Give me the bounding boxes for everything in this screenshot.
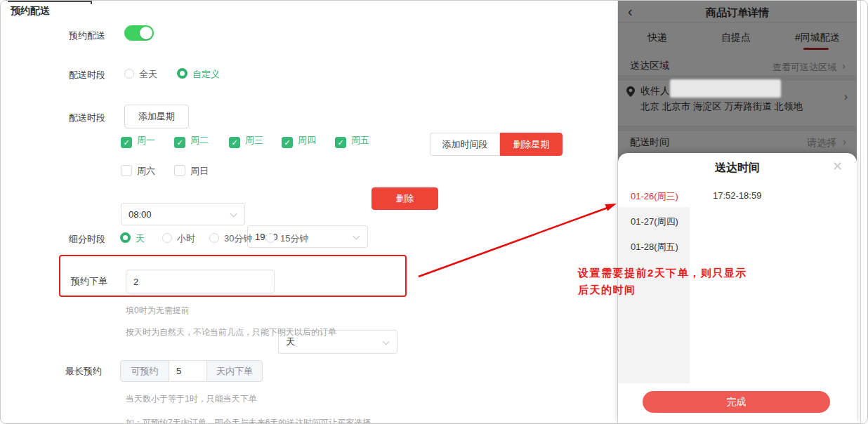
granularity-option-label: 小时 xyxy=(177,233,195,244)
app-window: 预约配送 预约配送 配送时段 全天 自定义 配送时段 添加星期 ✓周一 ✓周二 … xyxy=(0,0,868,424)
day-label: 周六 xyxy=(137,166,155,176)
chevron-down-icon xyxy=(353,233,360,240)
close-icon[interactable]: ✕ xyxy=(832,159,843,174)
day-checkbox-sun[interactable]: 周日 xyxy=(174,164,209,178)
granularity-option-15min[interactable]: 15分钟 xyxy=(265,232,308,245)
radio-on-icon[interactable] xyxy=(177,68,188,79)
chevron-down-icon xyxy=(230,211,237,218)
day-label: 周四 xyxy=(298,135,316,145)
redacted-name-patch xyxy=(670,79,781,98)
reserve-delivery-toggle[interactable] xyxy=(124,25,154,41)
day-label: 周日 xyxy=(190,166,209,176)
day-checkbox-fri[interactable]: ✓周五 xyxy=(335,133,369,148)
radio-off-icon[interactable] xyxy=(265,233,275,243)
checkbox-unchecked-icon[interactable] xyxy=(121,165,132,176)
day-label: 周一 xyxy=(137,135,155,145)
granularity-option-30min[interactable]: 30分钟 xyxy=(209,232,252,245)
annotation-line1: 设置需要提前2天下单，则只显示 xyxy=(578,265,789,281)
granularity-label: 细分时段 xyxy=(69,233,105,246)
toggle-knob-icon xyxy=(140,27,152,39)
top-divider xyxy=(8,1,91,2)
time-start-select[interactable]: 08:00 xyxy=(121,203,245,225)
period-option-all[interactable]: 全天 xyxy=(124,67,157,81)
granularity-option-hour[interactable]: 小时 xyxy=(162,232,195,245)
granularity-option-label: 30分钟 xyxy=(224,233,252,244)
checkbox-unchecked-icon[interactable] xyxy=(174,165,185,176)
time-slot-option[interactable]: 17:52-18:59 xyxy=(713,190,761,201)
annotation-line2: 后天的时间 xyxy=(578,281,789,298)
weeks-label: 配送时段 xyxy=(69,112,105,124)
max-reserve-input[interactable] xyxy=(169,360,207,382)
granularity-option-label: 天 xyxy=(136,233,145,244)
radio-on-icon[interactable] xyxy=(120,232,131,243)
radio-off-icon[interactable] xyxy=(162,233,172,243)
granularity-option-label: 15分钟 xyxy=(280,233,308,244)
max-reserve-label: 最长预约 xyxy=(65,365,102,378)
add-week-button[interactable]: 添加星期 xyxy=(124,105,189,128)
day-checkbox-tue[interactable]: ✓周二 xyxy=(174,133,209,148)
day-checkbox-mon[interactable]: ✓周一 xyxy=(121,133,155,148)
day-label: 周二 xyxy=(190,135,209,145)
period-option-custom[interactable]: 自定义 xyxy=(177,67,220,81)
chevron-down-icon xyxy=(383,338,390,345)
radio-off-icon[interactable] xyxy=(209,233,219,243)
delete-week-button[interactable]: 删除星期 xyxy=(500,133,563,156)
window-scrollbar-track[interactable] xyxy=(860,1,861,424)
max-reserve-help: 当天数小于等于1时，只能当天下单 xyxy=(126,393,257,405)
day-checkbox-sat[interactable]: 周六 xyxy=(121,164,155,178)
checkbox-checked-icon[interactable]: ✓ xyxy=(335,137,346,148)
radio-off-icon[interactable] xyxy=(124,69,134,79)
modal-title: 送达时间 xyxy=(618,161,857,175)
max-reserve-prefix: 可预约 xyxy=(120,360,169,382)
checkbox-checked-icon[interactable]: ✓ xyxy=(282,137,293,148)
max-reserve-note: 如：可预约7天内订单，即今天与未来6天的送达时间可让买家选择 xyxy=(126,417,371,424)
date-item[interactable]: 01-27(周四) xyxy=(631,216,678,228)
page-title: 预约配送 xyxy=(11,5,50,18)
time-start-value: 08:00 xyxy=(129,209,152,220)
delete-timeslot-button[interactable]: 删除 xyxy=(371,187,438,210)
add-timeslot-button[interactable]: 添加时间段 xyxy=(430,133,500,156)
day-label: 周五 xyxy=(351,135,369,145)
reserve-toggle-label: 预约配送 xyxy=(69,29,105,42)
period-option-custom-label: 自定义 xyxy=(192,69,220,79)
checkbox-checked-icon[interactable]: ✓ xyxy=(121,137,132,148)
max-reserve-suffix: 天内下单 xyxy=(206,360,263,382)
advance-help: 填0时为无需提前 xyxy=(126,305,190,317)
annotation-highlight-box xyxy=(59,255,407,297)
day-label: 周三 xyxy=(245,135,263,145)
granularity-option-day[interactable]: 天 xyxy=(120,232,145,245)
checkbox-checked-icon[interactable]: ✓ xyxy=(229,137,240,148)
day-checkbox-wed[interactable]: ✓周三 xyxy=(229,133,263,148)
day-checkbox-thu[interactable]: ✓周四 xyxy=(282,133,316,148)
date-item[interactable]: 01-28(周五) xyxy=(631,241,678,253)
period-label: 配送时段 xyxy=(69,69,105,81)
date-item-selected[interactable]: 01-26(周三) xyxy=(631,190,678,203)
period-option-all-label: 全天 xyxy=(139,69,157,79)
annotation-text: 设置需要提前2天下单，则只显示 后天的时间 xyxy=(578,265,789,298)
done-button[interactable]: 完成 xyxy=(643,391,830,413)
phone-preview-panel: ‹ 商品订单详情 快递 自提点 #同城配送 送达区域 查看可送达区域 › 收件人… xyxy=(617,1,856,424)
advance-note: 按天时为自然天，不论当前几点，只能下明天以后的订单 xyxy=(126,326,336,338)
checkbox-checked-icon[interactable]: ✓ xyxy=(174,137,185,148)
top-divider-tick xyxy=(91,1,92,4)
